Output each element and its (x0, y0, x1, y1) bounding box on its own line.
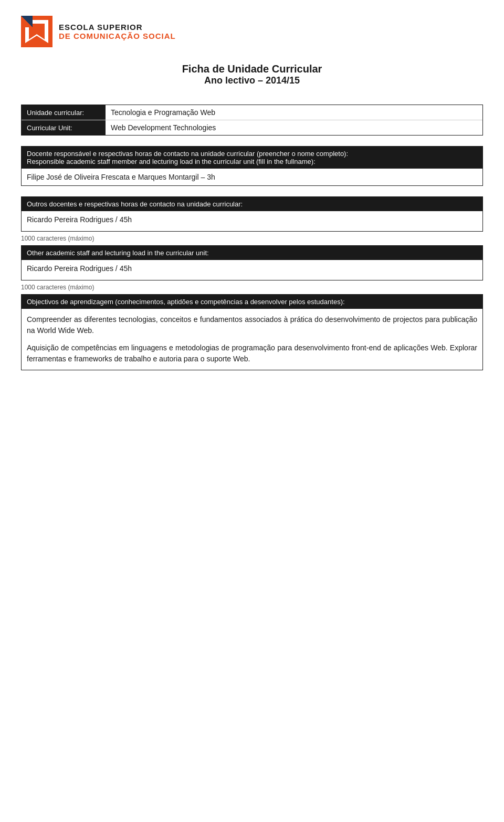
logo-icon (21, 16, 52, 47)
page-title-sub: Ano lectivo – 2014/15 (21, 75, 483, 86)
curricular-unit-value-en: Web Development Technologies (106, 120, 482, 135)
char-count-pt: 1000 caracteres (máximo) (21, 235, 483, 242)
curricular-unit-label-pt: Unidade curricular: (22, 105, 106, 120)
responsible-staff-body: Filipe José de Oliveira Frescata e Marqu… (22, 169, 482, 185)
logo-text: ESCOLA SUPERIOR DE COMUNICAÇÃO SOCIAL (59, 23, 176, 40)
responsible-staff-block: Docente responsável e respectivas horas … (21, 146, 483, 186)
curricular-unit-value-pt: Tecnologia e Programação Web (106, 105, 482, 120)
logo-container: ESCOLA SUPERIOR DE COMUNICAÇÃO SOCIAL (21, 16, 176, 47)
char-count-en: 1000 caracteres (máximo) (21, 284, 483, 291)
curricular-unit-block: Unidade curricular: Tecnologia e Program… (21, 105, 483, 136)
objectives-body: Compreender as diferentes tecnologias, c… (22, 309, 482, 370)
objectives-block: Objectivos de aprendizagem (conhecimento… (21, 294, 483, 370)
responsible-staff-header: Docente responsável e respectivas horas … (22, 147, 482, 169)
curricular-unit-row-pt: Unidade curricular: Tecnologia e Program… (22, 105, 482, 120)
other-docentes-body-pt: Ricardo Pereira Rodrigues / 45h (22, 211, 482, 231)
page-title-section: Ficha de Unidade Curricular Ano lectivo … (21, 63, 483, 86)
page-title-main: Ficha de Unidade Curricular (21, 63, 483, 75)
page: ESCOLA SUPERIOR DE COMUNICAÇÃO SOCIAL Fi… (0, 0, 504, 822)
logo-comunicacao-text: DE COMUNICAÇÃO SOCIAL (59, 32, 176, 40)
header: ESCOLA SUPERIOR DE COMUNICAÇÃO SOCIAL (21, 16, 483, 47)
other-academic-header-en: Other academic staff and lecturing load … (22, 246, 482, 260)
objectives-header: Objectivos de aprendizagem (conhecimento… (22, 295, 482, 309)
other-academic-block-en: Other academic staff and lecturing load … (21, 245, 483, 280)
objectives-paragraph1: Compreender as diferentes tecnologias, c… (27, 314, 477, 336)
other-academic-body-en: Ricardo Pereira Rodrigues / 45h (22, 260, 482, 280)
curricular-unit-label-en: Curricular Unit: (22, 120, 106, 135)
curricular-unit-row-en: Curricular Unit: Web Development Technol… (22, 120, 482, 135)
other-docentes-block-pt: Outros docentes e respectivas horas de c… (21, 196, 483, 232)
objectives-paragraph2: Aquisição de competências em linguagens … (27, 342, 477, 365)
other-docentes-header-pt: Outros docentes e respectivas horas de c… (22, 197, 482, 211)
logo-escola-text: ESCOLA SUPERIOR (59, 23, 176, 32)
